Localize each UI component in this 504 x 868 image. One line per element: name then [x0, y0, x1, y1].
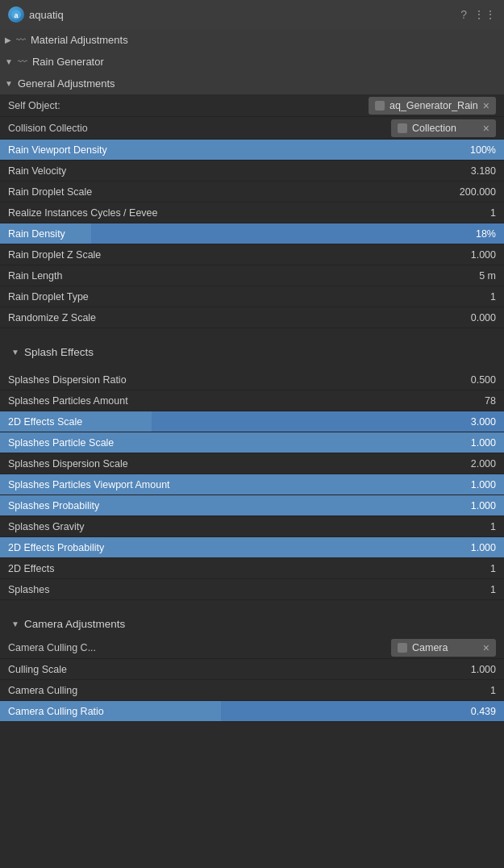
prop-label: Splashes Dispersion Ratio — [8, 374, 448, 386]
splash-effects-section[interactable]: ▼ Splash Effects — [0, 340, 504, 365]
prop-label: Randomize Z Scale — [8, 312, 448, 323]
prop-row[interactable]: Splashes1 — [0, 579, 504, 600]
general-panel: Self Object: aq_Generator_Rain × Collisi… — [0, 94, 504, 328]
prop-value: 1 — [448, 207, 496, 219]
prop-row[interactable]: 2D Effects Scale3.000 — [0, 411, 504, 432]
self-object-label: Self Object: — [8, 100, 369, 111]
prop-value: 1.000 — [448, 479, 496, 490]
prop-row[interactable]: Camera Culling1 — [0, 680, 504, 701]
prop-value: 0.439 — [448, 706, 496, 717]
prop-label: Splashes Particles Amount — [8, 395, 448, 407]
wave-icon: 〰 — [16, 35, 26, 46]
prop-value: 1 — [448, 685, 496, 696]
self-object-row: Self Object: aq_Generator_Rain × — [0, 94, 504, 117]
header-left: a aquatiq — [8, 6, 64, 23]
prop-label: Splashes Particle Scale — [8, 437, 448, 449]
camera-culling-value: Camera — [412, 642, 478, 653]
self-object-field[interactable]: aq_Generator_Rain × — [369, 97, 496, 115]
prop-value: 1.000 — [448, 542, 496, 553]
prop-row[interactable]: 2D Effects Probability1.000 — [0, 537, 504, 558]
camera-culling-row: Camera Culling C... Camera × — [0, 636, 504, 659]
prop-value: 1 — [448, 584, 496, 595]
prop-label: Realize Instances Cycles / Eevee — [8, 207, 448, 219]
prop-value: 1.000 — [448, 249, 496, 261]
collision-collection-icon — [398, 123, 407, 133]
prop-row[interactable]: Splashes Particle Scale1.000 — [0, 432, 504, 453]
collision-collection-field[interactable]: Collection × — [391, 119, 496, 137]
help-icon[interactable]: ? — [460, 8, 467, 21]
prop-value: 5 m — [448, 270, 496, 282]
rain-generator-label: Rain Generator — [32, 56, 104, 68]
menu-icon[interactable]: ⋮⋮ — [473, 8, 496, 21]
arrow-camera: ▼ — [11, 620, 19, 628]
prop-row[interactable]: Rain Viewport Density100% — [0, 140, 504, 161]
camera-panel: Camera Culling C... Camera × Culling Sca… — [0, 636, 504, 722]
prop-row[interactable]: Splashes Probability1.000 — [0, 495, 504, 516]
prop-row[interactable]: Rain Velocity3.180 — [0, 161, 504, 182]
prop-value: 0.500 — [448, 374, 496, 386]
prop-label: Camera Culling — [8, 685, 448, 696]
prop-label: Culling Scale — [8, 664, 448, 675]
prop-label: Rain Velocity — [8, 165, 448, 177]
prop-row[interactable]: Randomize Z Scale0.000 — [0, 307, 504, 328]
prop-label: Splashes Gravity — [8, 521, 448, 532]
splash-effects-label: Splash Effects — [24, 346, 94, 358]
prop-row[interactable]: Realize Instances Cycles / Eevee1 — [0, 202, 504, 223]
prop-value: 1 — [448, 521, 496, 532]
prop-row[interactable]: Splashes Particles Viewport Amount1.000 — [0, 474, 504, 495]
section-material-adjustments[interactable]: ▶ 〰 Material Adjustments — [0, 29, 504, 51]
self-object-value: aq_Generator_Rain — [389, 100, 478, 111]
arrow-general: ▼ — [5, 79, 13, 88]
prop-value: 1.000 — [448, 500, 496, 511]
arrow-rain-generator: ▼ — [5, 57, 13, 66]
prop-label: Rain Droplet Z Scale — [8, 249, 448, 261]
prop-label: Camera Culling Ratio — [8, 706, 448, 717]
prop-value: 100% — [448, 144, 496, 156]
prop-value: 0.000 — [448, 312, 496, 323]
prop-label: Splashes Particles Viewport Amount — [8, 479, 448, 490]
spacer-1 — [0, 328, 504, 340]
prop-label: 2D Effects — [8, 563, 448, 574]
prop-label: Splashes Dispersion Scale — [8, 458, 448, 469]
prop-row[interactable]: Camera Culling Ratio0.439 — [0, 701, 504, 722]
camera-props-list: Culling Scale1.000Camera Culling1Camera … — [0, 659, 504, 722]
collision-collection-close[interactable]: × — [483, 122, 489, 135]
material-adjustments-label: Material Adjustments — [31, 34, 128, 46]
camera-adjustments-section[interactable]: ▼ Camera Adjustments — [0, 611, 504, 636]
prop-value: 200.000 — [448, 186, 496, 198]
prop-label: Splashes — [8, 584, 448, 595]
app-logo: a — [8, 6, 24, 23]
app-title: aquatiq — [29, 9, 64, 21]
prop-row[interactable]: Splashes Gravity1 — [0, 516, 504, 537]
prop-label: 2D Effects Scale — [8, 416, 448, 428]
self-object-close[interactable]: × — [483, 99, 489, 112]
header-right: ? ⋮⋮ — [460, 8, 496, 21]
prop-row[interactable]: Culling Scale1.000 — [0, 659, 504, 680]
section-rain-generator[interactable]: ▼ 〰 Rain Generator — [0, 51, 504, 73]
prop-row[interactable]: Rain Droplet Scale200.000 — [0, 182, 504, 202]
arrow-splash: ▼ — [11, 348, 19, 357]
prop-row[interactable]: Rain Density18% — [0, 223, 504, 244]
prop-row[interactable]: 2D Effects1 — [0, 558, 504, 579]
prop-row[interactable]: Splashes Dispersion Ratio0.500 — [0, 369, 504, 390]
camera-culling-label: Camera Culling C... — [8, 642, 391, 653]
prop-label: Rain Viewport Density — [8, 144, 448, 156]
camera-adjustments-label: Camera Adjustments — [24, 618, 125, 630]
collision-collection-label: Collision Collectio — [8, 123, 391, 134]
prop-value: 1.000 — [448, 437, 496, 449]
camera-culling-close[interactable]: × — [483, 641, 489, 654]
prop-row[interactable]: Rain Length5 m — [0, 265, 504, 286]
prop-row[interactable]: Splashes Particles Amount78 — [0, 390, 504, 411]
prop-row[interactable]: Rain Droplet Type1 — [0, 286, 504, 307]
splash-props-list: Splashes Dispersion Ratio0.500Splashes P… — [0, 369, 504, 600]
camera-culling-field[interactable]: Camera × — [391, 639, 496, 657]
section-general-adjustments[interactable]: ▼ General Adjustments — [0, 73, 504, 94]
rain-icon: 〰 — [18, 56, 27, 68]
prop-label: Splashes Probability — [8, 500, 448, 511]
prop-value: 1 — [448, 563, 496, 574]
prop-row[interactable]: Rain Droplet Z Scale1.000 — [0, 244, 504, 265]
prop-value: 18% — [448, 228, 496, 240]
prop-row[interactable]: Splashes Dispersion Scale2.000 — [0, 453, 504, 474]
prop-value: 3.180 — [448, 165, 496, 177]
camera-culling-icon — [398, 643, 407, 653]
